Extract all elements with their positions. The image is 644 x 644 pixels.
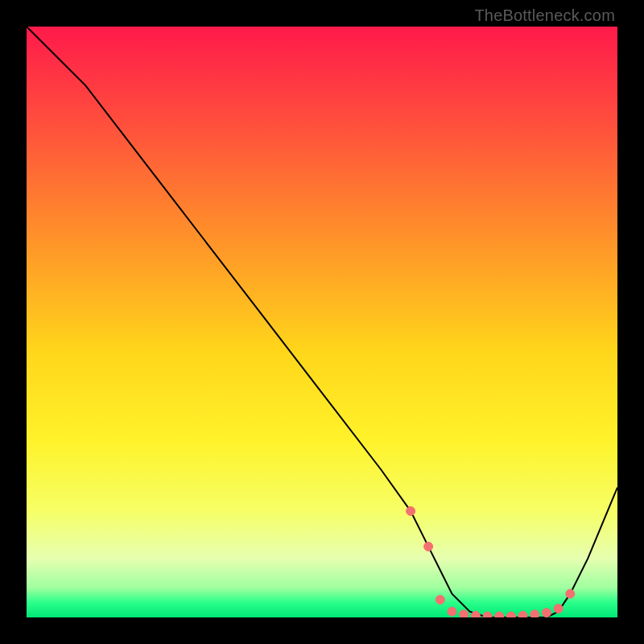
marker-dot — [530, 610, 539, 617]
marker-dot — [436, 595, 444, 604]
marker-dot — [495, 612, 504, 617]
marker-dot — [554, 604, 563, 613]
marker-dot — [483, 612, 492, 617]
marker-dot — [518, 611, 527, 617]
chart-frame — [27, 27, 617, 617]
chart-background-gradient — [27, 27, 617, 617]
marker-dot — [448, 607, 456, 616]
marker-dot — [542, 609, 551, 617]
marker-dot — [471, 611, 480, 617]
marker-dot — [407, 506, 415, 515]
marker-dot — [424, 542, 433, 551]
marker-dot — [506, 612, 515, 617]
bottleneck-chart — [27, 27, 617, 617]
marker-dot — [460, 610, 469, 617]
attribution-text: TheBottleneck.com — [474, 6, 615, 25]
marker-dot — [566, 589, 575, 598]
